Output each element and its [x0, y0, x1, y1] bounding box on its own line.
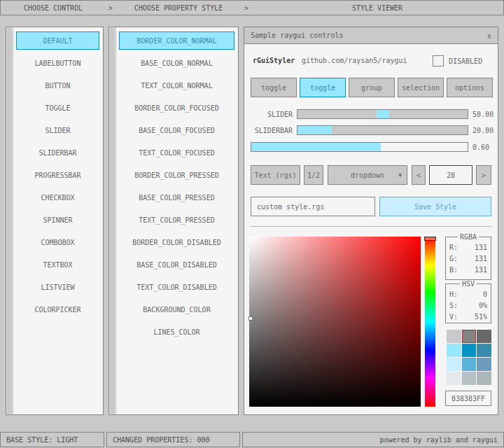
- palette-swatch[interactable]: [447, 330, 461, 343]
- spinner-decrement-button[interactable]: <: [412, 165, 426, 185]
- controls-scrollbar-thumb[interactable]: [7, 28, 12, 414]
- slider-handle[interactable]: [377, 110, 389, 118]
- control-item-toggle[interactable]: TOGGLE: [16, 99, 99, 117]
- text-rgs-button[interactable]: Text (rgs): [251, 165, 300, 185]
- property-item-border-color-normal[interactable]: BORDER_COLOR_NORMAL: [119, 31, 234, 50]
- palette-swatch[interactable]: [462, 358, 477, 371]
- property-item-text-color-normal[interactable]: TEXT_COLOR_NORMAL: [119, 76, 234, 94]
- controls-scrollbar[interactable]: [6, 27, 13, 414]
- control-item-checkbox[interactable]: CHECKBOX: [16, 188, 99, 206]
- property-item-text-color-focused[interactable]: TEXT_COLOR_FOCUSED: [119, 144, 234, 162]
- hue-bar[interactable]: [425, 237, 435, 407]
- property-item-background-color[interactable]: BACKGROUND_COLOR: [119, 300, 234, 318]
- property-item-text-color-disabled[interactable]: TEXT_COLOR_DISABLED: [119, 278, 234, 296]
- hsv-v-value: 51%: [475, 313, 487, 321]
- color-saturation-value-panel[interactable]: [249, 237, 421, 407]
- hex-color-value-box[interactable]: 838383FF: [445, 391, 491, 406]
- controls-list: DEFAULT LABELBUTTON BUTTON TOGGLE SLIDER…: [6, 27, 104, 415]
- window-title: Sample raygui controls: [251, 31, 343, 39]
- spinner-increment-button[interactable]: >: [476, 165, 491, 185]
- toggle-group-item-toggle-2[interactable]: toggle: [300, 78, 346, 97]
- control-item-labelbutton[interactable]: LABELBUTTON: [16, 54, 99, 72]
- property-item-border-color-pressed[interactable]: BORDER_COLOR_PRESSED: [119, 166, 234, 184]
- property-item-base-color-disabled[interactable]: BASE_COLOR_DISABLED: [119, 255, 234, 274]
- section-divider: [251, 226, 491, 227]
- control-item-spinner[interactable]: SPINNER: [16, 211, 99, 229]
- sliderbar-track[interactable]: [297, 125, 468, 135]
- rgba-groupbox: RGBA R: 131 G: 131 B: 131: [445, 237, 491, 280]
- window-titlebar[interactable]: Sample raygui controls x: [244, 27, 498, 44]
- palette-swatch[interactable]: [477, 330, 491, 343]
- rgba-r-value: 131: [475, 244, 487, 251]
- breadcrumb-arrow-icon: >: [106, 4, 115, 12]
- control-item-slider[interactable]: SLIDER: [16, 121, 99, 139]
- toggle-group-item-selection[interactable]: selection: [398, 78, 444, 97]
- rgba-row-r: R: 131: [446, 241, 491, 253]
- filename-input[interactable]: [251, 197, 375, 216]
- palette-swatch[interactable]: [447, 344, 461, 357]
- half-toggle-button[interactable]: 1/2: [304, 165, 323, 185]
- toggle-group: toggle toggle group selection options: [251, 78, 493, 97]
- spinner-value-box[interactable]: 28: [429, 165, 472, 185]
- hsv-s-label: S:: [449, 302, 458, 309]
- control-item-listview[interactable]: LISTVIEW: [16, 278, 99, 296]
- brand-label: rGuiStyler: [253, 57, 295, 64]
- properties-scrollbar[interactable]: [109, 27, 116, 414]
- palette-swatch[interactable]: [477, 372, 491, 385]
- palette-swatch[interactable]: [447, 372, 461, 385]
- status-base-style: BASE STYLE: LIGHT: [0, 432, 104, 447]
- palette-swatch[interactable]: [477, 358, 491, 371]
- nav-step-choose-control: CHOOSE CONTROL: [1, 4, 106, 12]
- rgba-g-value: 131: [475, 255, 487, 262]
- repo-link[interactable]: github.com/raysan5/raygui: [302, 57, 407, 64]
- hue-selector[interactable]: [424, 237, 436, 241]
- sliderbar-value: 20.00: [472, 127, 493, 134]
- status-changed-properties: CHANGED PROPERTIES: 000: [106, 432, 240, 447]
- toggle-group-item-group[interactable]: group: [349, 78, 395, 97]
- property-item-text-color-pressed[interactable]: TEXT_COLOR_PRESSED: [119, 211, 234, 229]
- toggle-group-item-toggle-1[interactable]: toggle: [251, 78, 297, 97]
- rguistyler-app: CHOOSE CONTROL > CHOOSE PROPERTY STYLE >…: [0, 0, 504, 448]
- disabled-label: DISABLED: [449, 57, 482, 65]
- control-item-combobox[interactable]: COMBOBOX: [16, 233, 99, 251]
- control-item-button[interactable]: BUTTON: [16, 76, 99, 94]
- hsv-row-h: H: 0: [446, 288, 491, 300]
- slider-value: 50.00: [472, 111, 493, 118]
- palette-swatch[interactable]: [477, 344, 491, 357]
- slider-track[interactable]: [297, 109, 468, 119]
- progress-bar: [251, 142, 468, 152]
- status-base-style-text: BASE STYLE: LIGHT: [1, 436, 104, 444]
- properties-scrollbar-thumb[interactable]: [110, 28, 115, 414]
- property-item-border-color-focused[interactable]: BORDER_COLOR_FOCUSED: [119, 99, 234, 117]
- disabled-checkbox[interactable]: [433, 55, 444, 66]
- rgba-b-label: B:: [449, 266, 458, 274]
- property-item-border-color-disabled[interactable]: BORDER_COLOR_DISABLED: [119, 233, 234, 251]
- dropdown-box[interactable]: dropdown ▼: [328, 165, 407, 185]
- save-style-button[interactable]: Save Style: [379, 197, 491, 216]
- toggle-group-item-options[interactable]: options: [447, 78, 493, 97]
- nav-step-choose-property-style: CHOOSE PROPERTY STYLE: [115, 4, 241, 12]
- property-item-lines-color[interactable]: LINES_COLOR: [119, 323, 234, 341]
- palette-swatch[interactable]: [447, 358, 461, 371]
- control-item-progressbar[interactable]: PROGRESSBAR: [16, 166, 99, 184]
- progress-value: 0.60: [472, 144, 489, 151]
- slider-label: SLIDER: [251, 111, 293, 118]
- status-changed-properties-text: CHANGED PROPERTIES: 000: [107, 436, 239, 444]
- palette-swatch[interactable]: [462, 330, 477, 343]
- property-item-base-color-pressed[interactable]: BASE_COLOR_PRESSED: [119, 188, 234, 206]
- control-item-default[interactable]: DEFAULT: [16, 31, 99, 50]
- property-item-base-color-normal[interactable]: BASE_COLOR_NORMAL: [119, 54, 234, 72]
- control-item-colorpicker[interactable]: COLORPICKER: [16, 300, 99, 318]
- rgba-row-b: B: 131: [446, 264, 491, 275]
- sample-controls-window: Sample raygui controls x rGuiStyler gith…: [244, 27, 498, 415]
- property-item-base-color-focused[interactable]: BASE_COLOR_FOCUSED: [119, 121, 234, 139]
- palette-swatch[interactable]: [462, 344, 477, 357]
- color-cursor[interactable]: [248, 316, 253, 321]
- control-item-sliderbar[interactable]: SLIDERBAR: [16, 144, 99, 162]
- palette-swatch[interactable]: [462, 372, 477, 385]
- properties-items: BORDER_COLOR_NORMAL BASE_COLOR_NORMAL TE…: [119, 31, 234, 345]
- hsv-h-label: H:: [449, 290, 458, 298]
- chevron-down-icon: ▼: [398, 172, 402, 178]
- control-item-textbox[interactable]: TEXTBOX: [16, 255, 99, 274]
- close-button[interactable]: x: [484, 30, 495, 41]
